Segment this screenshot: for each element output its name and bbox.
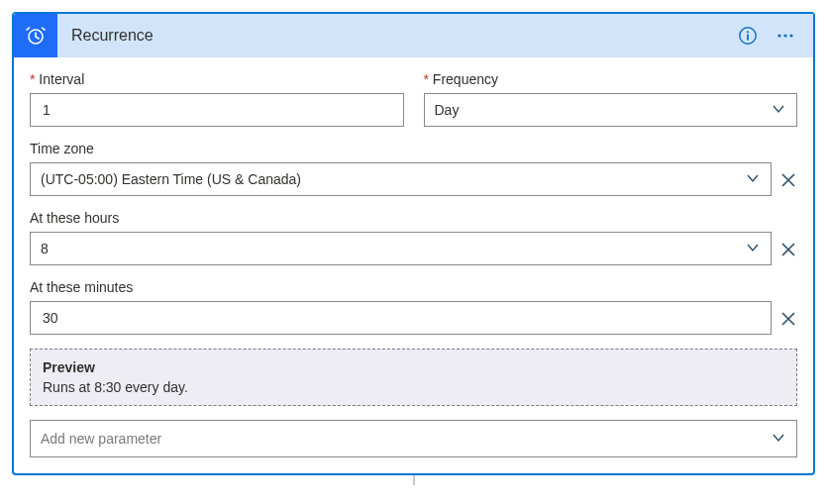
timezone-value: (UTC-05:00) Eastern Time (US & Canada) xyxy=(41,171,301,187)
card-body: Interval Frequency Day Time zone ( xyxy=(14,57,813,473)
add-parameter-select[interactable]: Add new parameter xyxy=(30,420,797,457)
frequency-value: Day xyxy=(435,102,460,118)
timezone-field: Time zone (UTC-05:00) Eastern Time (US &… xyxy=(30,141,772,196)
interval-input-text[interactable] xyxy=(41,101,393,119)
chevron-down-icon xyxy=(745,170,761,189)
connector-stub xyxy=(12,475,815,485)
timezone-select[interactable]: (UTC-05:00) Eastern Time (US & Canada) xyxy=(30,162,772,196)
interval-field: Interval xyxy=(30,71,404,127)
frequency-label: Frequency xyxy=(424,71,798,87)
svg-point-6 xyxy=(789,34,792,37)
hours-select[interactable]: 8 xyxy=(30,232,772,265)
timezone-label: Time zone xyxy=(30,141,772,156)
card-title: Recurrence xyxy=(57,27,734,45)
svg-point-4 xyxy=(777,34,780,37)
remove-timezone-button[interactable] xyxy=(779,171,797,192)
frequency-field: Frequency Day xyxy=(424,71,798,127)
more-icon[interactable] xyxy=(772,22,799,50)
interval-input[interactable] xyxy=(30,93,404,127)
chevron-down-icon xyxy=(771,101,786,120)
chevron-down-icon xyxy=(771,430,786,449)
frequency-select[interactable]: Day xyxy=(424,93,798,127)
preview-text: Runs at 8:30 every day. xyxy=(43,379,784,395)
minutes-input-text[interactable] xyxy=(41,309,761,327)
svg-rect-3 xyxy=(747,35,749,41)
recurrence-card: Recurrence Interval xyxy=(12,12,815,475)
card-header: Recurrence xyxy=(14,14,813,57)
minutes-input[interactable] xyxy=(30,301,772,335)
chevron-down-icon xyxy=(745,240,761,258)
minutes-label: At these minutes xyxy=(30,279,772,295)
hours-label: At these hours xyxy=(30,210,772,226)
hours-field: At these hours 8 xyxy=(30,210,772,265)
remove-hours-button[interactable] xyxy=(779,241,797,261)
clock-icon xyxy=(14,14,57,57)
preview-title: Preview xyxy=(43,359,784,375)
svg-point-5 xyxy=(783,34,786,37)
add-parameter-placeholder: Add new parameter xyxy=(41,431,161,447)
preview-box: Preview Runs at 8:30 every day. xyxy=(30,349,797,406)
minutes-field: At these minutes xyxy=(30,279,772,335)
interval-label: Interval xyxy=(30,71,404,87)
remove-minutes-button[interactable] xyxy=(779,310,797,331)
hours-value: 8 xyxy=(41,241,49,256)
info-icon[interactable] xyxy=(734,22,762,50)
svg-point-2 xyxy=(747,31,749,33)
